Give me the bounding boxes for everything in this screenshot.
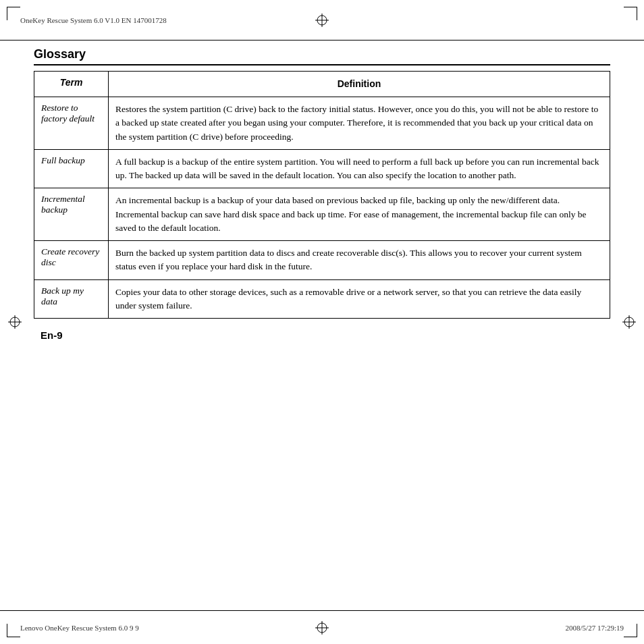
table-header-row: Term Definition xyxy=(34,72,610,97)
table-row: Restore to factory defaultRestores the s… xyxy=(34,97,610,150)
corner-tl xyxy=(7,7,20,20)
footer-right-text: 2008/5/27 17:29:19 xyxy=(566,624,624,632)
term-cell-2: Incremental backup xyxy=(34,188,109,241)
term-cell-3: Create recovery disc xyxy=(34,241,109,280)
definition-cell-4: Copies your data to other storage device… xyxy=(109,279,610,319)
glossary-table: Term Definition Restore to factory defau… xyxy=(34,71,610,319)
header-text: OneKey Rescue System 6.0 V1.0 EN 1470017… xyxy=(20,16,167,24)
term-cell-1: Full backup xyxy=(34,149,109,188)
corner-br xyxy=(624,624,637,637)
corner-tr xyxy=(624,7,637,20)
definition-cell-2: An incremental backup is a backup of you… xyxy=(109,188,610,241)
left-crosshair-icon xyxy=(7,314,23,330)
table-row: Back up my dataCopies your data to other… xyxy=(34,279,610,319)
page-header: OneKey Rescue System 6.0 V1.0 EN 1470017… xyxy=(0,0,644,41)
header-crosshair-icon xyxy=(314,12,330,28)
page-title: Glossary xyxy=(34,47,610,65)
definition-cell-1: A full backup is a backup of the entire … xyxy=(109,149,610,188)
corner-bl xyxy=(7,624,20,637)
footer-left-text: Lenovo OneKey Rescue System 6.0 9 9 xyxy=(20,624,139,632)
page-footer: Lenovo OneKey Rescue System 6.0 9 9 2008… xyxy=(0,610,644,644)
page-number: En-9 xyxy=(34,329,610,341)
footer-crosshair-icon xyxy=(314,620,330,636)
table-row: Create recovery discBurn the backed up s… xyxy=(34,241,610,280)
definition-cell-3: Burn the backed up system partition data… xyxy=(109,241,610,280)
column-header-definition: Definition xyxy=(109,72,610,97)
column-header-term: Term xyxy=(34,72,109,97)
term-cell-0: Restore to factory default xyxy=(34,97,109,150)
term-cell-4: Back up my data xyxy=(34,279,109,319)
right-crosshair-icon xyxy=(621,314,637,330)
definition-cell-0: Restores the system partition (C drive) … xyxy=(109,97,610,150)
main-content: Glossary Term Definition Restore to fact… xyxy=(34,47,610,603)
table-row: Incremental backupAn incremental backup … xyxy=(34,188,610,241)
table-row: Full backupA full backup is a backup of … xyxy=(34,149,610,188)
